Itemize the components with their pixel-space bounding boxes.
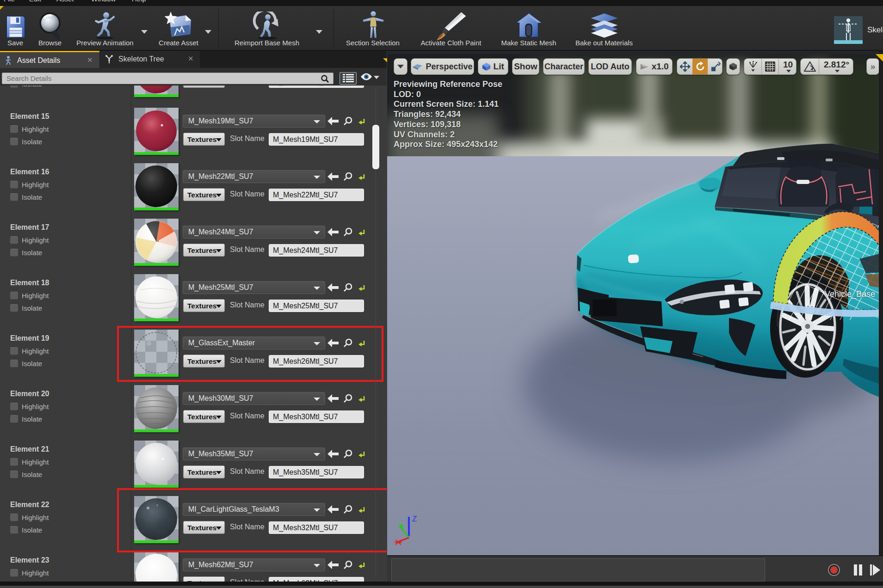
svg-text:Z: Z <box>412 514 417 523</box>
